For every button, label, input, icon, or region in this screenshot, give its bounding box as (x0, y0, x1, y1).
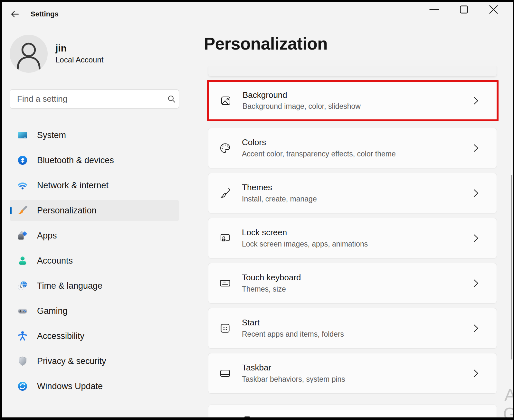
sidebar-item-privacy-and-security[interactable]: Privacy & security (10, 350, 179, 372)
sidebar-item-label: Apps (37, 231, 57, 241)
card-text: ColorsAccent color, transparency effects… (242, 137, 396, 159)
card-subtitle: Lock screen images, apps, animations (242, 239, 368, 249)
card-subtitle: Background image, color, slideshow (243, 102, 361, 111)
sidebar-item-gaming[interactable]: Gaming (10, 300, 179, 322)
partial-next-card[interactable] (208, 405, 497, 420)
sidebar-item-windows-update[interactable]: Windows Update (10, 376, 179, 397)
accounts-icon (17, 255, 28, 266)
partial-card-glyph (244, 416, 250, 419)
vertical-scrollbar-thumb[interactable] (511, 175, 512, 359)
bluetooth-icon (17, 155, 28, 166)
sidebar-item-label: Accounts (37, 256, 73, 266)
themes-brush-icon (219, 187, 232, 200)
card-text: StartRecent apps and items, folders (242, 317, 344, 339)
apps-icon (17, 230, 28, 241)
touch-keyboard-icon (219, 277, 232, 290)
sidebar-item-system[interactable]: System (10, 125, 179, 146)
selected-accent-bar (10, 207, 12, 214)
back-arrow-icon (10, 9, 20, 19)
sidebar-item-apps[interactable]: Apps (10, 225, 179, 246)
sidebar-item-label: Accessibility (37, 331, 84, 341)
sidebar-item-label: Windows Update (37, 381, 103, 391)
minimize-button[interactable] (419, 0, 449, 19)
start-icon (219, 322, 232, 335)
privacy-security-icon (17, 356, 28, 367)
card-title: Colors (242, 137, 396, 148)
chevron-right-icon (472, 234, 480, 242)
taskbar-icon (219, 367, 232, 380)
sidebar-item-label: Time & language (37, 281, 102, 291)
sidebar-item-label: System (37, 130, 66, 140)
sidebar-item-network-and-internet[interactable]: Network & internet (10, 175, 179, 196)
sidebar-item-time-and-language[interactable]: Time & language (10, 275, 179, 296)
card-title: Start (242, 317, 344, 328)
lock-screen-icon (219, 232, 232, 245)
windows-update-icon (17, 381, 28, 392)
gaming-icon (17, 305, 28, 316)
background-image-icon (219, 94, 232, 107)
card-subtitle: Accent color, transparency effects, colo… (242, 149, 396, 159)
window-controls (419, 0, 508, 20)
personalization-icon (17, 205, 28, 216)
search-icon (164, 95, 179, 103)
watermark-letter: G (503, 404, 514, 420)
sidebar-item-bluetooth-and-devices[interactable]: Bluetooth & devices (10, 150, 179, 171)
user-name: jin (55, 43, 67, 54)
page-title: Personalization (204, 34, 328, 53)
search-input[interactable] (10, 94, 164, 104)
minimize-icon (429, 9, 439, 10)
card-subtitle: Taskbar behaviors, system pins (242, 375, 345, 384)
system-icon (17, 130, 28, 141)
watermark-letter: A (504, 385, 514, 405)
sidebar-item-personalization[interactable]: Personalization (10, 200, 179, 221)
maximize-icon (460, 5, 468, 14)
card-text: BackgroundBackground image, color, slide… (243, 90, 361, 111)
user-account-type: Local Account (55, 55, 103, 64)
close-icon (489, 5, 498, 14)
card-text: ThemesInstall, create, manage (242, 182, 317, 204)
card-title: Themes (242, 182, 317, 193)
card-title: Taskbar (242, 362, 345, 373)
chevron-right-icon (472, 144, 480, 152)
search-box (10, 89, 179, 108)
card-start[interactable]: StartRecent apps and items, folders (208, 308, 497, 349)
chevron-right-icon (472, 97, 480, 105)
sidebar-item-label: Gaming (37, 306, 68, 316)
card-subtitle: Install, create, manage (242, 194, 317, 204)
card-title: Background (243, 90, 361, 100)
sidebar-item-accounts[interactable]: Accounts (10, 250, 179, 271)
sidebar-nav: SystemBluetooth & devicesNetwork & inter… (10, 125, 179, 401)
card-subtitle: Themes, size (242, 285, 301, 294)
card-taskbar[interactable]: TaskbarTaskbar behaviors, system pins (208, 353, 497, 394)
time-language-icon (17, 280, 28, 291)
sidebar-item-label: Privacy & security (37, 356, 106, 366)
settings-window: Settings jin Local Account (0, 0, 514, 420)
card-touch-keyboard[interactable]: Touch keyboardThemes, size (208, 263, 497, 303)
card-text: Lock screenLock screen images, apps, ani… (242, 227, 368, 249)
card-colors[interactable]: ColorsAccent color, transparency effects… (208, 128, 497, 168)
chevron-right-icon (472, 189, 480, 197)
person-icon (10, 35, 48, 73)
sidebar-item-label: Bluetooth & devices (37, 155, 114, 165)
maximize-button[interactable] (449, 0, 479, 19)
card-lock-screen[interactable]: Lock screenLock screen images, apps, ani… (208, 218, 497, 258)
partial-scrolled-card (208, 66, 497, 77)
sidebar-item-label: Network & internet (37, 181, 109, 191)
card-background[interactable]: BackgroundBackground image, color, slide… (207, 80, 499, 121)
card-text: Touch keyboardThemes, size (242, 272, 301, 294)
sidebar-item-label: Personalization (37, 206, 97, 216)
card-themes[interactable]: ThemesInstall, create, manage (208, 173, 497, 213)
card-title: Touch keyboard (242, 272, 301, 283)
card-text: TaskbarTaskbar behaviors, system pins (242, 362, 345, 384)
chevron-right-icon (472, 279, 480, 287)
avatar (10, 35, 48, 73)
app-title: Settings (31, 10, 59, 18)
network-icon (17, 180, 28, 191)
chevron-right-icon (472, 324, 480, 332)
chevron-right-icon (472, 369, 480, 378)
accessibility-icon (17, 331, 28, 341)
close-button[interactable] (479, 0, 508, 19)
back-button[interactable] (9, 8, 21, 20)
sidebar-item-accessibility[interactable]: Accessibility (10, 325, 179, 347)
card-title: Lock screen (242, 227, 368, 238)
